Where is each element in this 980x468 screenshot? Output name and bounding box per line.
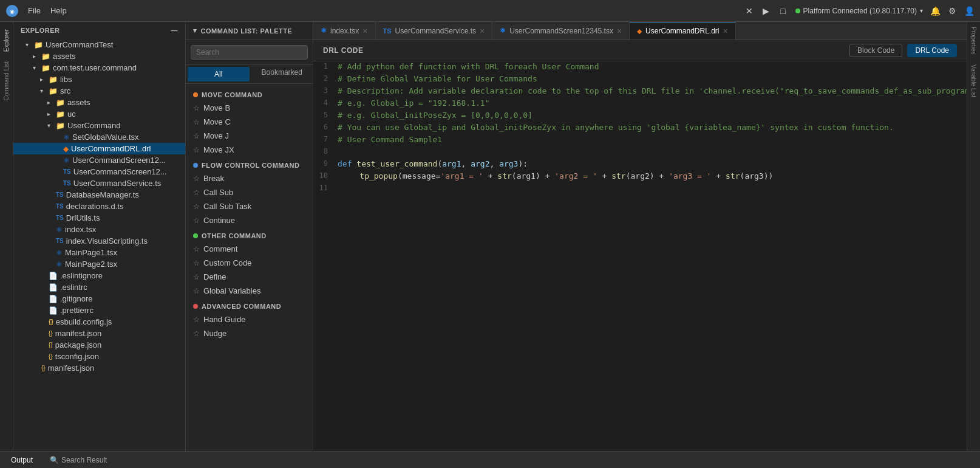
right-tab-properties[interactable]: Properties	[968, 22, 979, 60]
bell-icon[interactable]: 🔔	[930, 6, 940, 16]
command-nudge[interactable]: ☆ Nudge	[186, 326, 313, 340]
command-break[interactable]: ☆ Break	[186, 171, 313, 185]
tree-item-MainPage2[interactable]: ▸ ⚛ MainPage2.tsx	[13, 258, 185, 270]
tab-close-icon[interactable]: ×	[362, 26, 367, 36]
star-icon[interactable]: ☆	[193, 174, 200, 183]
tab-UserCommandDRL[interactable]: ◆ UserCommandDRL.drl ×	[630, 22, 736, 40]
tree-item-esbuild[interactable]: ▸ {} esbuild.config.js	[13, 316, 185, 328]
tab-bookmarked[interactable]: Bookmarked	[251, 65, 313, 83]
debug-icon[interactable]: ✕	[744, 6, 754, 16]
tab-index-tsx[interactable]: ⚛ index.tsx ×	[313, 22, 376, 40]
tree-item-eslintignore[interactable]: ▸ 📄 .eslintignore	[13, 270, 185, 281]
dropdown-icon[interactable]: ▾	[920, 7, 923, 14]
tab-UserCommandScreen[interactable]: ⚛ UserCommandScreen12345.tsx ×	[492, 22, 630, 40]
star-icon[interactable]: ☆	[193, 202, 200, 211]
tree-label: manifest.json	[48, 363, 95, 373]
tree-item-gitignore[interactable]: ▸ 📄 .gitignore	[13, 293, 185, 305]
tree-label: tsconfig.json	[55, 352, 99, 361]
tree-item-prettierrc[interactable]: ▸ 📄 .prettierrc	[13, 305, 185, 316]
command-move-b[interactable]: ☆ Move B	[186, 101, 313, 115]
star-icon[interactable]: ☆	[193, 287, 200, 295]
star-icon[interactable]: ☆	[193, 146, 200, 154]
tree-item-libs[interactable]: ▸ 📁 libs	[13, 74, 185, 85]
command-global-variables[interactable]: ☆ Global Variables	[186, 284, 313, 298]
block-code-button[interactable]: Block Code	[849, 44, 902, 57]
command-call-sub[interactable]: ☆ Call Sub	[186, 185, 313, 199]
command-define[interactable]: ☆ Define	[186, 270, 313, 284]
tree-item-MainPage1[interactable]: ▸ ⚛ MainPage1.tsx	[13, 247, 185, 258]
tree-label: libs	[60, 75, 72, 84]
tree-item-UserCommand[interactable]: ▾ 📁 UserCommand	[13, 120, 185, 131]
star-icon[interactable]: ☆	[193, 273, 200, 281]
tree-item-com-test-user-command[interactable]: ▾ 📁 com.test.user.command	[13, 62, 185, 74]
command-hand-guide[interactable]: ☆ Hand Guide	[186, 312, 313, 326]
menu-help[interactable]: Help	[50, 6, 67, 15]
tab-label: UserCommandScreen12345.tsx	[509, 27, 613, 35]
search-result-tab[interactable]: 🔍 Search Result	[46, 456, 111, 464]
star-icon[interactable]: ☆	[193, 188, 200, 197]
command-custom-code[interactable]: ☆ Custom Code	[186, 256, 313, 270]
menu-file[interactable]: File	[28, 6, 41, 15]
tree-item-DatabaseManager[interactable]: ▸ TS DatabaseManager.ts	[13, 189, 185, 201]
star-icon[interactable]: ☆	[193, 329, 200, 338]
tree-item-manifest-inner[interactable]: ▸ {} manifest.json	[13, 328, 185, 339]
tree-item-tsconfig[interactable]: ▸ {} tsconfig.json	[13, 351, 185, 362]
account-icon[interactable]: 👤	[964, 6, 974, 16]
star-icon[interactable]: ☆	[193, 245, 200, 253]
sidebar-tab-command-list[interactable]: Command List	[1, 57, 12, 105]
file-icon: 📄	[49, 272, 58, 280]
tree-item-src[interactable]: ▾ 📁 src	[13, 85, 185, 97]
command-call-sub-task[interactable]: ☆ Call Sub Task	[186, 199, 313, 213]
command-move-c[interactable]: ☆ Move C	[186, 115, 313, 129]
tree-item-package[interactable]: ▸ {} package.json	[13, 339, 185, 351]
star-icon[interactable]: ☆	[193, 132, 200, 140]
search-input[interactable]	[191, 45, 308, 60]
star-icon[interactable]: ☆	[193, 216, 200, 225]
tree-item-SetGlobalValue[interactable]: ▸ ⚛ SetGlobalValue.tsx	[13, 131, 185, 143]
command-move-j[interactable]: ☆ Move J	[186, 129, 313, 143]
tree-item-UserCommandScreen2[interactable]: ▸ TS UserCommandScreen12...	[13, 166, 185, 177]
tree-item-eslintrc[interactable]: ▸ 📄 .eslintrc	[13, 281, 185, 293]
tree-item-assets-src[interactable]: ▸ 📁 assets	[13, 97, 185, 108]
output-tab[interactable]: Output	[7, 456, 36, 464]
file-icon: 📄	[49, 295, 58, 303]
right-tab-variable-list[interactable]: Variable List	[968, 60, 979, 102]
drl-code-button[interactable]: DRL Code	[907, 44, 957, 57]
stop-icon[interactable]: □	[778, 6, 788, 16]
line-content	[338, 146, 967, 157]
tree-item-manifest-outer[interactable]: ▸ {} manifest.json	[13, 362, 185, 374]
tree-item-UserCommandTest[interactable]: ▾ 📁 UserCommandTest	[13, 39, 185, 50]
line-number: 6	[313, 122, 338, 131]
tab-UserCommandService[interactable]: TS UserCommandService.ts ×	[376, 22, 493, 40]
command-move-jx[interactable]: ☆ Move JX	[186, 143, 313, 157]
tree-label: com.test.user.command	[53, 63, 137, 72]
tree-item-index-tsx[interactable]: ▸ ⚛ index.tsx	[13, 224, 185, 235]
line-number: 9	[313, 159, 338, 168]
tree-item-uc[interactable]: ▸ 📁 uc	[13, 108, 185, 120]
tree-item-UserCommandService[interactable]: ▸ TS UserCommandService.ts	[13, 177, 185, 189]
tab-close-icon[interactable]: ×	[617, 26, 622, 36]
command-comment[interactable]: ☆ Comment	[186, 242, 313, 256]
minimize-icon[interactable]: —	[171, 27, 179, 34]
tree-item-UserCommandDRL[interactable]: ▸ ◆ UserCommandDRL.drl	[13, 143, 185, 154]
command-continue[interactable]: ☆ Continue	[186, 213, 313, 227]
code-editor[interactable]: 1 # Add python def function with DRL for…	[313, 61, 967, 451]
settings-icon[interactable]: ⚙	[947, 6, 957, 16]
star-icon[interactable]: ☆	[193, 315, 200, 324]
sidebar-tab-explorer[interactable]: Explorer	[1, 24, 12, 57]
collapse-arrow[interactable]: ▾	[193, 27, 197, 35]
code-line-8: 8	[313, 146, 967, 159]
tab-close-icon[interactable]: ×	[723, 26, 727, 36]
tab-all[interactable]: All	[188, 67, 250, 81]
star-icon[interactable]: ☆	[193, 118, 200, 126]
play-icon[interactable]: ▶	[761, 6, 771, 16]
tree-item-UserCommandScreen1[interactable]: ▸ ⚛ UserCommandScreen12...	[13, 154, 185, 166]
star-icon[interactable]: ☆	[193, 104, 200, 112]
star-icon[interactable]: ☆	[193, 259, 200, 267]
tree-item-declarations[interactable]: ▸ TS declarations.d.ts	[13, 201, 185, 212]
tab-close-icon[interactable]: ×	[480, 26, 485, 36]
tree-item-DrlUtils[interactable]: ▸ TS DrlUtils.ts	[13, 212, 185, 224]
ts-icon: TS	[56, 215, 64, 221]
tree-item-assets[interactable]: ▸ 📁 assets	[13, 50, 185, 62]
tree-item-index-vs[interactable]: ▸ TS index.VisualScripting.ts	[13, 235, 185, 247]
